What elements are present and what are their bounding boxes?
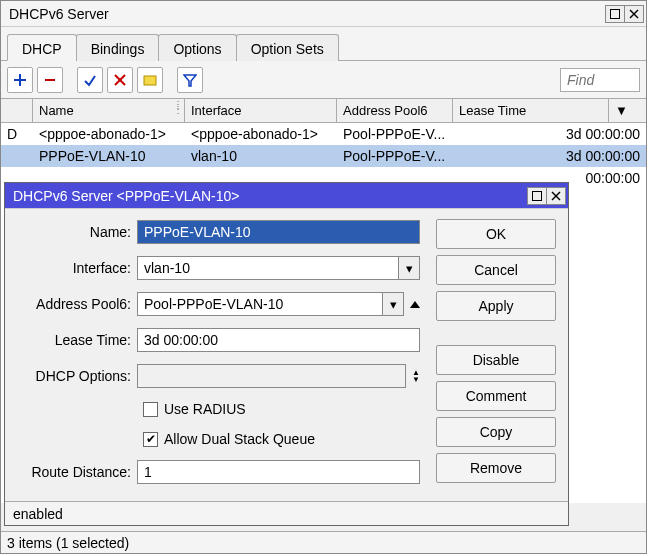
cancel-button[interactable]: Cancel <box>436 255 556 285</box>
main-title: DHCPv6 Server <box>9 6 109 22</box>
dialog-restore-button[interactable] <box>527 187 547 205</box>
chevron-down-icon: ▼ <box>412 377 420 383</box>
route-distance-label: Route Distance: <box>17 464 137 480</box>
interface-dropdown[interactable]: ▾ <box>398 256 420 280</box>
filter-button[interactable] <box>177 67 203 93</box>
chevron-down-icon: ▾ <box>390 297 397 312</box>
name-field[interactable] <box>137 220 420 244</box>
comment-button[interactable] <box>137 67 163 93</box>
svg-rect-0 <box>611 9 620 18</box>
x-icon <box>113 73 127 87</box>
column-address-pool[interactable]: Address Pool6 <box>337 99 453 122</box>
minus-icon <box>43 73 57 87</box>
svg-marker-9 <box>184 75 196 86</box>
find-input[interactable] <box>560 68 640 92</box>
column-lease-time[interactable]: Lease Time <box>453 99 609 122</box>
cell-interface: <pppoe-abonado-1> <box>185 126 337 142</box>
tab-option-sets[interactable]: Option Sets <box>236 34 339 61</box>
funnel-icon <box>183 73 197 87</box>
cell-interface: vlan-10 <box>185 148 337 164</box>
main-statusbar: 3 items (1 selected) <box>1 531 646 553</box>
main-titlebar: DHCPv6 Server <box>1 1 646 27</box>
cell-lease: 3d 00:00:00 <box>453 148 646 164</box>
cell-flag: D <box>1 126 33 142</box>
remove-button[interactable] <box>37 67 63 93</box>
dhcp-options-updown[interactable]: ▲ ▼ <box>412 370 420 383</box>
interface-field[interactable] <box>137 256 399 280</box>
column-interface[interactable]: Interface <box>185 99 337 122</box>
restore-button[interactable] <box>605 5 625 23</box>
dialog-statusbar: enabled <box>5 501 568 525</box>
toolbar <box>1 61 646 99</box>
pool-label: Address Pool6: <box>17 296 137 312</box>
tab-strip: DHCP Bindings Options Option Sets <box>1 27 646 61</box>
disable-button[interactable]: Disable <box>436 345 556 375</box>
cell-pool: Pool-PPPoE-V... <box>337 126 453 142</box>
comment-button[interactable]: Comment <box>436 381 556 411</box>
lease-label: Lease Time: <box>17 332 137 348</box>
tab-bindings[interactable]: Bindings <box>76 34 160 61</box>
interface-label: Interface: <box>17 260 137 276</box>
apply-button[interactable]: Apply <box>436 291 556 321</box>
disable-button[interactable] <box>107 67 133 93</box>
properties-dialog: DHCPv6 Server <PPPoE-VLAN-10> Name: Inte… <box>4 182 569 526</box>
dual-stack-checkbox[interactable] <box>143 432 158 447</box>
svg-rect-8 <box>144 76 156 85</box>
cell-name: PPPoE-VLAN-10 <box>33 148 185 164</box>
cell-name: <pppoe-abonado-1> <box>33 126 185 142</box>
tab-options[interactable]: Options <box>158 34 236 61</box>
dialog-title: DHCPv6 Server <PPPoE-VLAN-10> <box>13 188 239 204</box>
tab-dhcp[interactable]: DHCP <box>7 34 77 61</box>
dialog-close-button[interactable] <box>546 187 566 205</box>
cell-lease: 3d 00:00:00 <box>453 126 646 142</box>
form-column: Name: Interface: ▾ Address Pool6: ▾ Leas… <box>17 219 420 495</box>
enable-button[interactable] <box>77 67 103 93</box>
route-distance-field[interactable] <box>137 460 420 484</box>
table-row[interactable]: D <pppoe-abonado-1> <pppoe-abonado-1> Po… <box>1 123 646 145</box>
remove-button[interactable]: Remove <box>436 453 556 483</box>
add-button[interactable] <box>7 67 33 93</box>
lease-field[interactable] <box>137 328 420 352</box>
table-row[interactable]: PPPoE-VLAN-10 vlan-10 Pool-PPPoE-V... 3d… <box>1 145 646 167</box>
pool-dropdown[interactable]: ▾ <box>382 292 404 316</box>
dual-stack-label: Allow Dual Stack Queue <box>164 431 315 447</box>
use-radius-label: Use RADIUS <box>164 401 246 417</box>
column-name[interactable]: Name⋮⋮ <box>33 99 185 122</box>
name-label: Name: <box>17 224 137 240</box>
dialog-window-controls <box>528 187 566 205</box>
check-icon <box>83 73 97 87</box>
button-column: OK Cancel Apply Disable Comment Copy Rem… <box>436 219 556 495</box>
main-window-controls <box>606 5 644 23</box>
svg-rect-10 <box>533 191 542 200</box>
use-radius-checkbox[interactable] <box>143 402 158 417</box>
cell-pool: Pool-PPPoE-V... <box>337 148 453 164</box>
column-menu-button[interactable]: ▼ <box>609 99 631 122</box>
dialog-titlebar[interactable]: DHCPv6 Server <PPPoE-VLAN-10> <box>5 183 568 209</box>
copy-button[interactable]: Copy <box>436 417 556 447</box>
pool-collapse-icon[interactable] <box>410 301 420 308</box>
grid-header: Name⋮⋮ Interface Address Pool6 Lease Tim… <box>1 99 646 123</box>
close-button[interactable] <box>624 5 644 23</box>
column-flag[interactable] <box>1 99 33 122</box>
plus-icon <box>13 73 27 87</box>
dhcp-options-field[interactable] <box>137 364 406 388</box>
dhcp-options-label: DHCP Options: <box>17 368 137 384</box>
dialog-body: Name: Interface: ▾ Address Pool6: ▾ Leas… <box>5 209 568 501</box>
note-icon <box>143 73 157 87</box>
pool-field[interactable] <box>137 292 383 316</box>
chevron-down-icon: ▾ <box>406 261 413 276</box>
ok-button[interactable]: OK <box>436 219 556 249</box>
